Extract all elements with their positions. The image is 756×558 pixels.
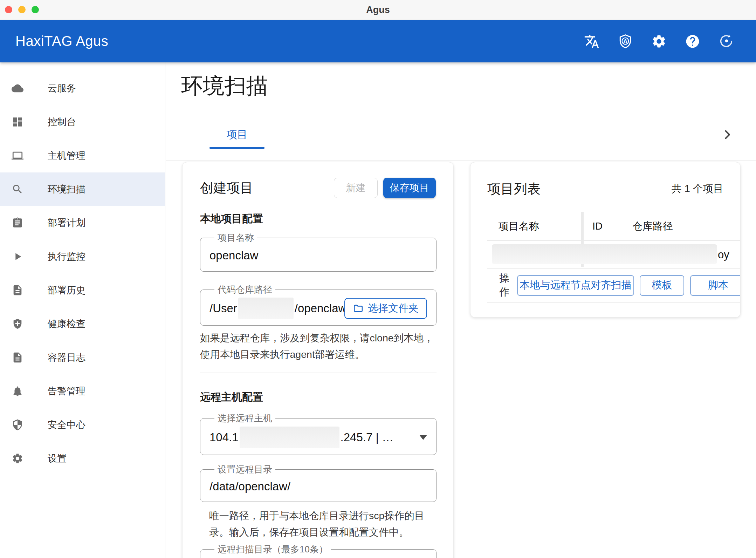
table-row[interactable]: oy <box>487 241 741 268</box>
sidebar-item-label: 主机管理 <box>48 149 85 162</box>
column-header-id: ID <box>581 220 627 232</box>
shield-plus-icon <box>11 318 24 330</box>
row-path-fragment: oy <box>718 241 729 268</box>
project-name-label: 项目名称 <box>218 232 254 243</box>
document-icon <box>11 351 24 364</box>
sidebar-item-environment-scan[interactable]: 环境扫描 <box>0 172 165 206</box>
search-icon <box>11 183 24 196</box>
create-project-card: 创建项目 新建 保存项目 本地项目配置 项目名称 openclaw 代码仓库路径… <box>182 162 454 558</box>
svg-text:A: A <box>623 38 628 45</box>
tabs-divider <box>166 161 756 161</box>
play-icon <box>11 250 24 263</box>
sidebar-item-execution-monitor[interactable]: 执行监控 <box>0 240 165 273</box>
laptop-icon <box>11 149 24 162</box>
remote-host-select[interactable]: 选择远程主机 104.1 .245.7 | … <box>200 413 437 455</box>
new-project-button[interactable]: 新建 <box>334 178 378 198</box>
header-actions: A <box>584 33 756 49</box>
repo-helper-text: 如果是远程仓库，涉及到复杂权限，请clone到本地，使用本地目录来执行agent… <box>200 330 435 363</box>
sidebar-item-label: 部署历史 <box>48 284 85 297</box>
form-divider <box>200 373 437 373</box>
remote-dir-helper-text: 唯一路径，用于与本地仓库目录进行scp操作的目录。输入后，保存在项目设置和配置文… <box>200 508 428 540</box>
window-titlebar: Agus <box>0 0 756 20</box>
sidebar-item-cloud-services[interactable]: 云服务 <box>0 72 165 105</box>
remote-scan-dirs-field[interactable]: 远程扫描目录（最多10条） <box>200 544 437 558</box>
sidebar-item-label: 部署计划 <box>48 217 85 229</box>
sidebar-item-host-management[interactable]: 主机管理 <box>0 139 165 172</box>
tab-scroll-right-icon[interactable] <box>721 128 734 141</box>
local-config-heading: 本地项目配置 <box>200 213 436 225</box>
sidebar-nav: 云服务 控制台 主机管理 环境扫描 部署计划 执行监控 部署历史 健康检查 容器… <box>0 62 165 558</box>
sidebar-item-label: 设置 <box>48 452 67 465</box>
dropdown-caret-icon[interactable] <box>419 435 427 440</box>
project-list-card: 项目列表 共 1 个项目 项目名称 ID 仓库路径 oy 操作 本地与远程节点对… <box>470 162 741 318</box>
remote-host-value-suffix: .245.7 | … <box>341 431 394 444</box>
security-shield-icon <box>11 418 24 431</box>
document-icon <box>11 284 24 297</box>
remote-host-value-prefix: 104.1 <box>209 431 239 444</box>
table-actions-row: 操作 本地与远程节点对齐扫描 模板 脚本 <box>487 268 741 302</box>
project-name-field[interactable]: 项目名称 openclaw <box>200 232 437 272</box>
template-button[interactable]: 模板 <box>640 275 684 296</box>
sidebar-item-label: 容器日志 <box>48 351 85 364</box>
redacted-row <box>492 244 717 264</box>
script-button[interactable]: 脚本 <box>690 275 741 296</box>
sidebar-item-alert-management[interactable]: 告警管理 <box>0 374 165 408</box>
remote-host-label: 选择远程主机 <box>218 413 272 423</box>
tab-active-indicator <box>209 147 264 149</box>
project-name-value: openclaw <box>209 249 258 262</box>
tab-projects[interactable]: 项目 <box>209 128 264 142</box>
actions-label: 操作 <box>499 271 509 299</box>
remote-dir-value: /data/openclaw/ <box>209 480 290 493</box>
settings-gear-icon[interactable] <box>651 33 667 49</box>
remote-config-heading: 远程主机配置 <box>200 391 436 403</box>
clipboard-icon <box>11 217 24 229</box>
repo-path-value-prefix: /User <box>209 302 237 315</box>
repo-path-field[interactable]: 代码仓库路径 /User /openclaw 选择文件夹 <box>200 284 437 326</box>
column-header-repo-path: 仓库路径 <box>627 219 741 233</box>
sidebar-item-settings[interactable]: 设置 <box>0 442 165 475</box>
column-header-project-name: 项目名称 <box>487 219 581 233</box>
table-header-row: 项目名称 ID 仓库路径 <box>487 212 741 241</box>
create-card-title: 创建项目 <box>200 179 253 197</box>
sidebar-item-console[interactable]: 控制台 <box>0 105 165 139</box>
choose-folder-button[interactable]: 选择文件夹 <box>344 298 427 319</box>
sync-status-icon[interactable] <box>718 33 734 49</box>
redacted-text <box>238 298 294 319</box>
main-content: 环境扫描 项目 创建项目 新建 保存项目 本地项目配置 项目名称 opencla… <box>166 62 756 558</box>
remote-dir-field[interactable]: 设置远程目录 /data/openclaw/ <box>200 464 437 502</box>
sidebar-item-container-logs[interactable]: 容器日志 <box>0 341 165 374</box>
dashboard-icon <box>11 116 24 128</box>
folder-icon <box>353 303 363 314</box>
sidebar-item-label: 健康检查 <box>48 318 85 330</box>
page-title: 环境扫描 <box>181 73 268 99</box>
sidebar-item-deployment-plan[interactable]: 部署计划 <box>0 206 165 240</box>
remote-dir-label: 设置远程目录 <box>218 464 272 475</box>
align-scan-button[interactable]: 本地与远程节点对齐扫描 <box>517 275 634 296</box>
repo-path-value-suffix: /openclaw <box>295 302 344 315</box>
sidebar-item-label: 环境扫描 <box>48 183 85 196</box>
translate-icon[interactable] <box>584 33 600 49</box>
sidebar-item-health-check[interactable]: 健康检查 <box>0 307 165 341</box>
sidebar-item-label: 告警管理 <box>48 385 85 397</box>
cloud-icon <box>11 82 24 95</box>
sidebar-item-security-center[interactable]: 安全中心 <box>0 408 165 442</box>
sidebar-item-label: 执行监控 <box>48 250 85 263</box>
sidebar-item-label: 控制台 <box>48 116 76 128</box>
window-title: Agus <box>0 0 756 20</box>
app-header: HaxiTAG Agus A <box>0 20 756 62</box>
brand-title: HaxiTAG Agus <box>15 33 108 49</box>
gear-icon <box>11 452 24 465</box>
project-count: 共 1 个项目 <box>672 182 723 196</box>
redacted-text <box>240 427 339 448</box>
help-icon[interactable] <box>685 33 701 49</box>
sidebar-item-deployment-history[interactable]: 部署历史 <box>0 273 165 307</box>
project-list-title: 项目列表 <box>487 180 541 198</box>
sidebar-item-label: 安全中心 <box>48 418 85 431</box>
bell-icon <box>11 385 24 397</box>
save-project-button[interactable]: 保存项目 <box>383 178 436 198</box>
shield-a-icon[interactable]: A <box>617 33 633 49</box>
repo-path-label: 代码仓库路径 <box>218 284 272 295</box>
remote-scan-dirs-label: 远程扫描目录（最多10条） <box>218 544 328 554</box>
sidebar-item-label: 云服务 <box>48 82 76 95</box>
project-table: 项目名称 ID 仓库路径 oy 操作 本地与远程节点对齐扫描 模板 脚本 <box>487 212 741 302</box>
